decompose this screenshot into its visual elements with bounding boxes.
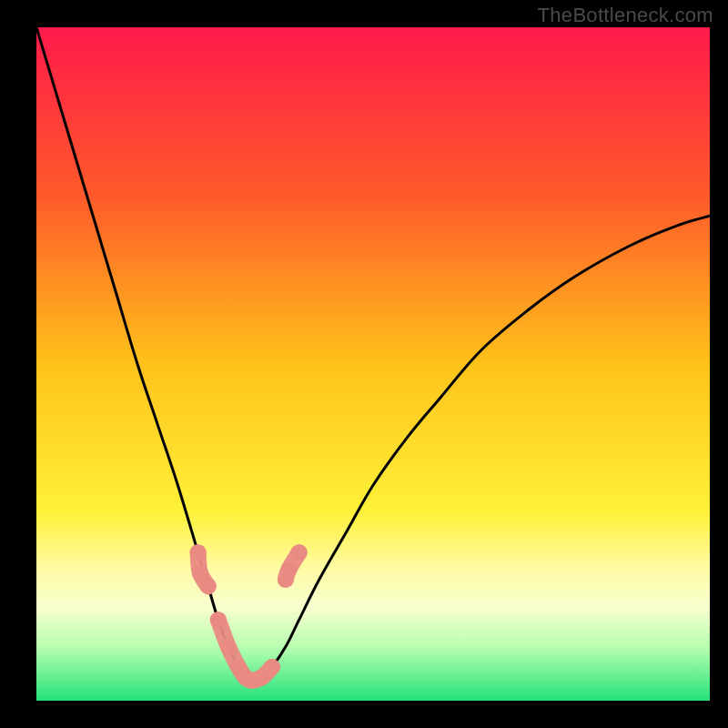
marker-dot — [220, 639, 237, 655]
marker-dot — [281, 561, 298, 578]
marker-dot — [190, 544, 207, 561]
plot-area — [36, 27, 710, 701]
marker-dot — [210, 612, 227, 628]
watermark-text: TheBottleneck.com — [538, 4, 713, 27]
chart-svg — [36, 27, 710, 701]
marker-dot — [200, 578, 217, 594]
chart-frame: TheBottleneck.com — [0, 0, 728, 728]
marker-dot — [291, 544, 308, 561]
marker-dot — [264, 659, 280, 675]
